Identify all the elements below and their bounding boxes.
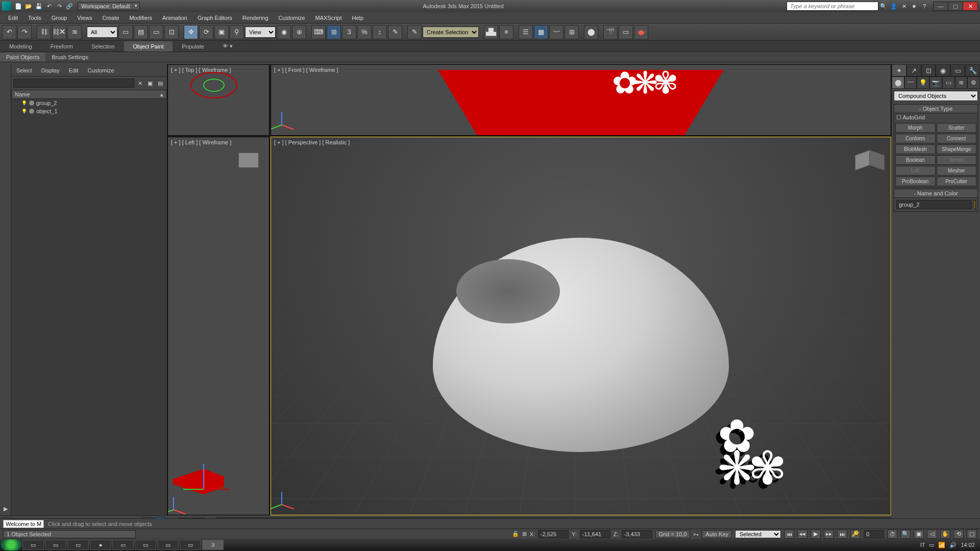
curve-editor-button[interactable]: 〰 [549, 25, 564, 39]
pivot-center-button[interactable]: ◉ [277, 25, 291, 39]
rollout-header[interactable]: - Name and Color [894, 189, 977, 198]
redo-button[interactable]: ↷ [17, 25, 32, 39]
taskbar-app[interactable]: ● [90, 540, 111, 550]
tray-flag-icon[interactable]: ▭ [929, 542, 934, 548]
unlink-button[interactable]: ⛓✕ [52, 25, 66, 39]
nav-zoomall-button[interactable]: ▣ [914, 530, 924, 539]
spacewarps-tab[interactable]: ≋ [955, 77, 968, 89]
goto-end-button[interactable]: ⏭ [837, 530, 847, 539]
systems-tab[interactable]: ⚙ [967, 77, 980, 89]
nav-zoom-button[interactable]: 🔍 [900, 530, 911, 539]
scatter-button[interactable]: Scatter [937, 123, 977, 133]
layers-button[interactable]: ☰ [519, 25, 533, 39]
nav-fov-button[interactable]: ◁ [927, 530, 937, 539]
ribbon-sub-paintobjects[interactable]: Paint Objects [0, 53, 45, 62]
render-frame-button[interactable]: ▭ [619, 25, 633, 39]
favorite-icon[interactable]: ★ [909, 2, 919, 11]
new-file-icon[interactable]: 📄 [13, 2, 23, 11]
schematic-button[interactable]: ⊞ [565, 25, 579, 39]
display-tab[interactable]: ▭ [950, 64, 965, 77]
shapemerge-button[interactable]: ShapeMerge [937, 144, 977, 154]
terrain-button[interactable]: Terrain [937, 155, 977, 165]
undo-icon[interactable]: ↶ [44, 2, 54, 11]
lights-tab[interactable]: 💡 [917, 77, 929, 89]
viewport-front[interactable]: [ + ] [ Front ] [ Wireframe ] ✿❋✾ [271, 64, 891, 136]
autokey-button[interactable]: Auto Key [702, 530, 732, 538]
outliner-menu-display[interactable]: Display [39, 66, 62, 74]
filter-options-icon[interactable]: ▤ [156, 79, 165, 88]
time-config-button[interactable]: ⏱ [887, 530, 897, 539]
viewcube[interactable] [855, 147, 880, 173]
key-mode-button[interactable]: 🔑 [850, 530, 861, 539]
menu-tools[interactable]: Tools [23, 13, 46, 22]
ribbon-tab-selection[interactable]: Selection [82, 41, 124, 52]
cameras-tab[interactable]: 📷 [929, 77, 942, 89]
utilities-tab[interactable]: 🔧 [965, 64, 980, 77]
nav-maximize-button[interactable]: ▢ [967, 530, 977, 539]
key-icon[interactable]: 🗝 [693, 531, 699, 537]
named-sel-button[interactable]: ✎ [407, 25, 422, 39]
menu-edit[interactable]: Edit [3, 13, 23, 22]
menu-views[interactable]: Views [72, 13, 97, 22]
menu-rendering[interactable]: Rendering [237, 13, 274, 22]
select-move-button[interactable]: ✥ [184, 25, 198, 39]
nav-orbit-button[interactable]: ⟲ [953, 530, 964, 539]
help-search-input[interactable] [787, 2, 878, 11]
outliner-menu-edit[interactable]: Edit [67, 66, 81, 74]
signin-icon[interactable]: 👤 [889, 2, 899, 11]
outliner-item[interactable]: 💡 object_1 [11, 107, 167, 115]
redo-icon[interactable]: ↷ [54, 2, 64, 11]
help-icon[interactable]: ? [919, 2, 929, 11]
blobmesh-button[interactable]: BlobMesh [895, 144, 936, 154]
create-tab[interactable]: ✦ [892, 64, 906, 77]
window-close-button[interactable]: ✕ [963, 2, 978, 11]
menu-create[interactable]: Create [97, 13, 124, 22]
bind-spacewarp-button[interactable]: ≋ [67, 25, 82, 39]
select-scale-button[interactable]: ▣ [214, 25, 229, 39]
taskbar-app[interactable]: ▭ [112, 540, 134, 550]
undo-button[interactable]: ↶ [2, 25, 16, 39]
link-icon[interactable]: 🔗 [64, 2, 75, 11]
select-by-name-button[interactable]: ▤ [134, 25, 148, 39]
viewport-left[interactable]: [ + ] [ Left ] [ Wireframe ] [167, 137, 270, 515]
edit-named-sel-button[interactable]: ✎ [388, 25, 402, 39]
manipulate-button[interactable]: ⊕ [292, 25, 306, 39]
spinner-snap-button[interactable]: ↕ [373, 25, 387, 39]
y-coord[interactable]: -11,641 [580, 530, 610, 538]
connect-button[interactable]: Connect [937, 134, 977, 143]
mesher-button[interactable]: Mesher [937, 166, 977, 176]
viewport-perspective[interactable]: [ + ] [ Perspective ] [ Realistic ] ✿❋✾ [271, 137, 891, 515]
tray-clock[interactable]: 14:02 [961, 542, 975, 548]
autogrid-checkbox[interactable]: ☐ AutoGrid [894, 113, 977, 122]
coord-mode-icon[interactable]: ⊞ [522, 531, 527, 537]
menu-help[interactable]: Help [347, 13, 369, 22]
taskbar-app[interactable]: ▭ [22, 540, 44, 550]
selection-filter-dropdown[interactable]: All [87, 27, 117, 38]
window-crossing-button[interactable]: ⊡ [164, 25, 179, 39]
outliner-menu-select[interactable]: Select [14, 66, 34, 74]
mirror-button[interactable]: ▟▙ [484, 25, 498, 39]
viewport-label[interactable]: [ + ] [ Left ] [ Wireframe ] [171, 139, 231, 145]
rect-region-button[interactable]: ▭ [149, 25, 163, 39]
morph-button[interactable]: Morph [895, 123, 936, 133]
outliner-menu-customize[interactable]: Customize [86, 66, 116, 74]
loft-button[interactable]: Loft [895, 166, 936, 176]
next-frame-button[interactable]: ▸▸ [824, 530, 834, 539]
viewport-top[interactable]: [ + ] [ Top ] [ Wireframe ] [167, 64, 270, 136]
conform-button[interactable]: Conform [895, 134, 936, 143]
key-target-dropdown[interactable]: Selected [735, 530, 781, 538]
listener-input[interactable]: Welcome to M [3, 520, 44, 528]
object-name-input[interactable] [896, 200, 972, 209]
taskbar-app[interactable]: ▭ [135, 540, 156, 550]
window-maximize-button[interactable]: ▢ [948, 2, 963, 11]
object-color-swatch[interactable] [974, 200, 975, 209]
nav-pan-button[interactable]: ✋ [940, 530, 950, 539]
ref-coord-dropdown[interactable]: View [245, 27, 276, 38]
shapes-tab[interactable]: 〰 [904, 77, 917, 89]
toggle-ribbon-button[interactable]: ▦ [534, 25, 548, 39]
tray-lang[interactable]: IT [920, 542, 925, 548]
modify-tab[interactable]: ↗ [906, 64, 921, 77]
render-setup-button[interactable]: 🎬 [603, 25, 618, 39]
clear-filter-icon[interactable]: ✕ [135, 79, 144, 88]
percent-snap-button[interactable]: % [357, 25, 372, 39]
